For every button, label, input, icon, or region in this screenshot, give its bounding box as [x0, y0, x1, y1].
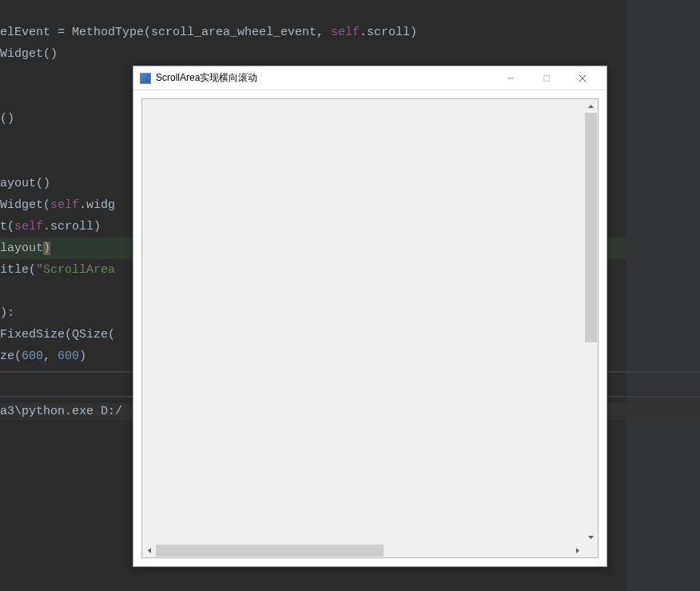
vertical-scroll-track[interactable]: [584, 113, 598, 530]
svg-marker-6: [148, 548, 151, 553]
svg-marker-4: [588, 105, 594, 108]
app-icon: [140, 73, 151, 84]
svg-rect-1: [543, 75, 549, 81]
vertical-scroll-thumb[interactable]: [585, 113, 597, 342]
scroll-down-arrow-icon[interactable]: [584, 530, 598, 544]
code-line: t(self.scroll): [0, 220, 101, 234]
title-bar[interactable]: ScrollArea实现横向滚动: [133, 66, 607, 90]
code-line: (): [0, 112, 14, 126]
minimize-button[interactable]: [492, 67, 528, 90]
scroll-corner: [584, 544, 598, 557]
scroll-area: [141, 98, 599, 558]
code-line: Widget(): [0, 47, 58, 61]
close-button[interactable]: [564, 67, 600, 90]
code-line: ):: [0, 306, 14, 320]
code-line: FixedSize(QSize(: [0, 328, 115, 341]
client-area: [133, 90, 607, 566]
code-line: elEvent = MethodType(scroll_area_wheel_e…: [0, 26, 417, 39]
code-line: ze(600, 600): [0, 349, 86, 363]
window-title: ScrollArea实现横向滚动: [156, 71, 492, 85]
window-controls: [492, 67, 600, 90]
scroll-content[interactable]: [142, 99, 584, 544]
svg-marker-5: [588, 536, 594, 539]
code-line: itle("ScrollArea: [0, 263, 115, 277]
horizontal-scroll-thumb[interactable]: [156, 545, 384, 557]
scroll-left-arrow-icon[interactable]: [142, 544, 156, 557]
scroll-up-arrow-icon[interactable]: [584, 99, 598, 113]
svg-marker-7: [576, 548, 579, 553]
editor-minimap-strip: [626, 0, 700, 591]
code-line: Widget(self.widg: [0, 198, 115, 212]
horizontal-scroll-track[interactable]: [156, 544, 571, 557]
maximize-button[interactable]: [528, 67, 564, 90]
horizontal-scrollbar[interactable]: [142, 544, 584, 557]
vertical-scrollbar[interactable]: [584, 99, 598, 544]
code-line: ayout(): [0, 177, 50, 190]
app-window: ScrollArea实现横向滚动: [133, 66, 607, 567]
scroll-right-arrow-icon[interactable]: [571, 544, 584, 557]
